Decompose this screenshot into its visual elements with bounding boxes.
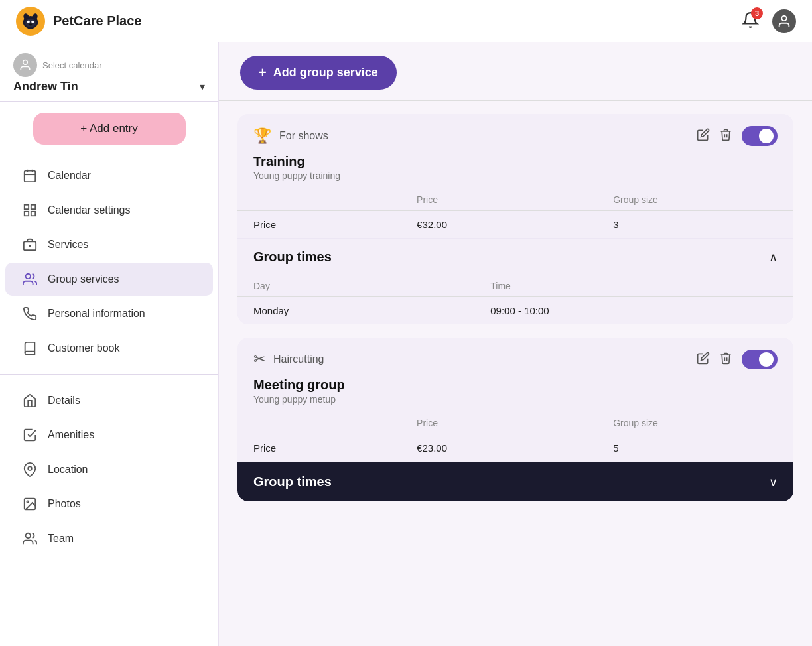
card-1-price-table: Price Group size Price €32.00 3 (237, 189, 793, 239)
group-services-icon (21, 271, 38, 288)
header-left: PetCare Place (16, 7, 141, 36)
chevron-down-icon: ∨ (769, 475, 778, 489)
table-row: Price €23.00 5 (237, 434, 793, 462)
sidebar-label-calendar-settings: Calendar settings (48, 204, 131, 216)
time-header: Time (474, 275, 793, 297)
calendar-name-row[interactable]: Andrew Tin ▾ (13, 80, 205, 94)
personal-info-icon (21, 305, 38, 322)
calendar-settings-icon (21, 202, 38, 219)
team-icon (21, 530, 38, 547)
card-2-header: ✂ Haircutting (237, 338, 793, 377)
sidebar-divider (0, 374, 218, 375)
user-avatar-button[interactable] (772, 9, 796, 33)
services-list: 🏆 For shows (219, 101, 812, 515)
sidebar-item-photos[interactable]: Photos (5, 487, 213, 521)
sidebar-label-location: Location (48, 464, 88, 476)
card-2-title-section: Meeting group Young puppy metup (237, 377, 793, 413)
svg-rect-9 (25, 171, 36, 182)
svg-rect-14 (31, 205, 35, 209)
select-calendar-label: Select calendar (13, 53, 205, 77)
svg-point-3 (25, 19, 36, 27)
calendar-user-avatar (13, 53, 37, 77)
svg-point-4 (27, 20, 30, 23)
sidebar-item-amenities[interactable]: Amenities (5, 419, 213, 452)
sidebar-label-personal-information: Personal information (48, 308, 145, 320)
delete-button-2[interactable] (719, 352, 732, 368)
price-row-value: €32.00 (377, 211, 597, 239)
sidebar-item-calendar[interactable]: Calendar (5, 159, 213, 192)
card-1-subtitle: Young puppy training (253, 170, 778, 181)
location-icon (21, 461, 38, 478)
card-1-title-section: Training Young puppy training (237, 154, 793, 189)
amenities-icon (21, 426, 38, 444)
sidebar-item-calendar-settings[interactable]: Calendar settings (5, 194, 213, 227)
sidebar-nav: Calendar Calendar settings Services (0, 155, 218, 369)
main-header: + Add group service (219, 42, 812, 101)
price-row-value-2: €23.00 (377, 434, 597, 462)
customer-book-icon (21, 340, 38, 357)
card-2-title: Meeting group (253, 377, 778, 393)
day-value: Monday (237, 297, 474, 325)
sidebar-item-customer-book[interactable]: Customer book (5, 332, 213, 365)
svg-rect-15 (31, 212, 35, 216)
group-times-title-1: Group times (253, 249, 332, 265)
service-card-2: ✂ Haircutting (237, 338, 793, 501)
sidebar-item-services[interactable]: Services (5, 228, 213, 261)
sidebar-label-customer-book: Customer book (48, 342, 120, 354)
notification-button[interactable]: 3 (739, 9, 762, 33)
sidebar-label-amenities: Amenities (48, 429, 94, 441)
add-group-service-button[interactable]: + Add group service (240, 56, 397, 90)
services-icon (21, 236, 38, 253)
group-times-header-1[interactable]: Group times ∧ (237, 239, 793, 275)
sidebar: Select calendar Andrew Tin ▾ + Add entry… (0, 42, 219, 646)
calendar-icon (21, 167, 38, 184)
sidebar-item-team[interactable]: Team (5, 522, 213, 555)
group-size-row-value: 3 (597, 211, 793, 239)
trophy-icon: 🏆 (253, 127, 271, 145)
toggle-1[interactable] (742, 126, 778, 146)
header-right: 3 (739, 9, 796, 33)
sidebar-label-team: Team (48, 533, 74, 545)
svg-point-20 (26, 274, 31, 279)
svg-point-5 (31, 20, 34, 23)
col-price-label (237, 189, 377, 211)
sidebar-item-location[interactable]: Location (5, 453, 213, 486)
card-1-header: 🏆 For shows (237, 114, 793, 154)
svg-point-8 (23, 60, 28, 65)
table-row: Price €32.00 3 (237, 211, 793, 239)
svg-point-6 (29, 23, 33, 25)
sidebar-section2: Details Amenities Location (0, 380, 218, 559)
add-entry-button[interactable]: + Add entry (33, 113, 186, 145)
toggle-2[interactable] (742, 350, 778, 369)
sidebar-label-services: Services (48, 239, 88, 251)
sidebar-label-photos: Photos (48, 498, 81, 510)
delete-button-1[interactable] (719, 128, 732, 145)
layout: Select calendar Andrew Tin ▾ + Add entry… (0, 42, 812, 646)
col-price-header: Price (377, 189, 597, 211)
sidebar-label-calendar: Calendar (48, 170, 91, 182)
card-2-actions (697, 350, 778, 369)
photos-icon (21, 495, 38, 513)
price-row-label: Price (237, 211, 377, 239)
day-header: Day (237, 275, 474, 297)
edit-button-2[interactable] (697, 352, 710, 368)
group-times-header-2[interactable]: Group times ∨ (237, 462, 793, 501)
sidebar-label-details: Details (48, 395, 80, 407)
details-icon (21, 392, 38, 409)
edit-button-1[interactable] (697, 128, 710, 145)
chevron-up-icon: ∧ (769, 250, 778, 265)
sidebar-item-group-services[interactable]: Group services (5, 263, 213, 296)
svg-rect-13 (25, 205, 29, 209)
app-logo (16, 7, 45, 36)
sidebar-label-group-services: Group services (48, 273, 119, 285)
col-price-label-2 (237, 413, 377, 434)
plus-icon: + (259, 65, 267, 80)
card-1-category: For shows (279, 130, 689, 142)
price-row-label-2: Price (237, 434, 377, 462)
card-1-title: Training (253, 154, 778, 169)
sidebar-item-details[interactable]: Details (5, 384, 213, 417)
calendar-select-section: Select calendar Andrew Tin ▾ (0, 42, 218, 102)
sidebar-item-personal-information[interactable]: Personal information (5, 297, 213, 330)
main-content: + Add group service 🏆 For shows (219, 42, 812, 646)
col-price-header-2: Price (377, 413, 597, 434)
